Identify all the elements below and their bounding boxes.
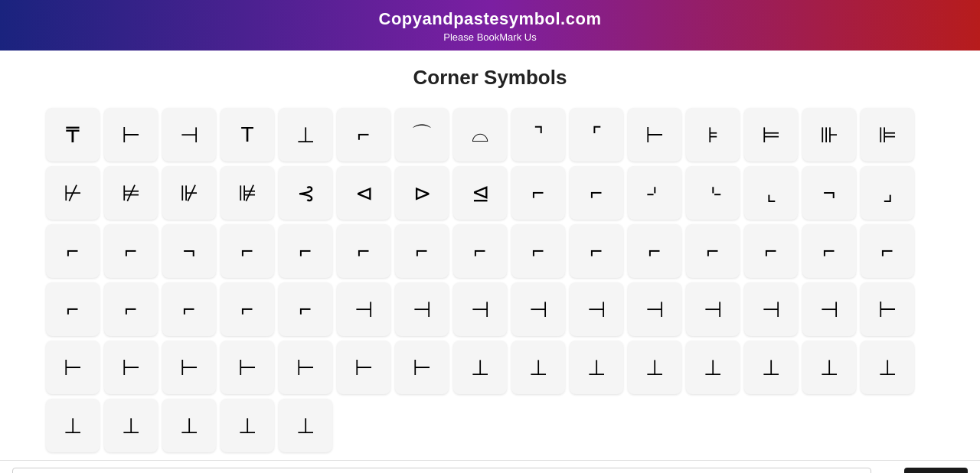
copy-button[interactable]: COPY <box>904 468 968 474</box>
symbol-cell[interactable]: ⌐ <box>46 282 100 336</box>
symbol-cell[interactable]: ⌒ <box>395 108 449 161</box>
symbol-cell[interactable]: ⊥ <box>220 399 274 452</box>
symbol-cell[interactable]: ⌐ <box>744 224 798 278</box>
symbol-cell[interactable]: ⊥ <box>453 341 507 394</box>
symbol-cell[interactable]: ⊳ <box>395 166 449 220</box>
symbol-cell[interactable]: ⌐ <box>570 166 623 220</box>
page-title: Corner Symbols <box>46 66 934 90</box>
symbol-input[interactable] <box>12 468 871 474</box>
symbol-cell[interactable]: ⊢ <box>46 341 100 394</box>
symbol-cell[interactable]: ⊥ <box>162 399 216 452</box>
symbols-grid: ₸⊢⊣T⊥⌐⌒⌓⌝⌜⊢⊧⊨⊪⊫⊬⊭⊮⊯⊰⊲⊳⊴⌐⌐⌏⌎⌞¬⌟⌐⌐¬⌐⌐⌐⌐⌐⌐⌐… <box>46 108 934 452</box>
symbol-cell[interactable]: ⊫ <box>861 108 914 161</box>
symbol-cell[interactable]: ¬ <box>162 224 216 278</box>
symbol-cell[interactable]: ⊣ <box>337 282 390 336</box>
symbol-cell[interactable]: ⌟ <box>861 166 914 220</box>
symbol-cell[interactable]: ⌝ <box>511 108 565 161</box>
symbol-cell[interactable]: ⊢ <box>279 341 332 394</box>
symbol-cell[interactable]: ⌐ <box>337 108 390 161</box>
symbol-cell[interactable]: ⌐ <box>802 224 856 278</box>
symbol-cell[interactable]: ⌐ <box>104 224 158 278</box>
symbol-cell[interactable]: ⊣ <box>802 282 856 336</box>
symbol-cell[interactable]: ⊲ <box>337 166 390 220</box>
symbol-cell[interactable]: ⊥ <box>744 341 798 394</box>
symbol-cell[interactable]: ⌐ <box>453 224 507 278</box>
symbol-cell[interactable]: ⊣ <box>628 282 681 336</box>
symbol-cell[interactable]: ⊪ <box>802 108 856 161</box>
symbol-cell[interactable]: ⊣ <box>686 282 740 336</box>
symbol-cell[interactable]: ⊢ <box>220 341 274 394</box>
symbol-cell[interactable]: ⊣ <box>162 108 216 161</box>
symbol-cell[interactable]: ⊥ <box>511 341 565 394</box>
symbol-cell[interactable]: ⌏ <box>628 166 681 220</box>
symbol-cell[interactable]: ⊥ <box>46 399 100 452</box>
symbol-cell[interactable]: ⌐ <box>686 224 740 278</box>
symbol-cell[interactable]: ⌐ <box>511 224 565 278</box>
symbol-cell[interactable]: ⌎ <box>686 166 740 220</box>
site-title: Copyandpastesymbol.com <box>0 9 980 29</box>
symbol-cell[interactable]: ⊥ <box>861 341 914 394</box>
symbol-cell[interactable]: ⊧ <box>686 108 740 161</box>
symbol-cell[interactable]: ⌐ <box>46 224 100 278</box>
symbol-cell[interactable]: ⊢ <box>104 341 158 394</box>
symbol-cell[interactable]: ¬ <box>802 166 856 220</box>
symbol-cell[interactable]: ⊣ <box>511 282 565 336</box>
symbol-cell[interactable]: T <box>220 108 274 161</box>
symbol-cell[interactable]: ⊥ <box>628 341 681 394</box>
symbol-cell[interactable]: ⌓ <box>453 108 507 161</box>
symbol-cell[interactable]: ⌐ <box>279 282 332 336</box>
symbol-cell[interactable]: ⊢ <box>337 341 390 394</box>
bottom-bar: ✕ COPY <box>0 460 980 473</box>
symbol-cell[interactable]: ⊣ <box>744 282 798 336</box>
site-header: Copyandpastesymbol.com Please BookMark U… <box>0 0 980 51</box>
symbol-cell[interactable]: ⊢ <box>861 282 914 336</box>
symbol-cell[interactable]: ⊥ <box>802 341 856 394</box>
symbol-cell[interactable]: ⌐ <box>628 224 681 278</box>
symbol-cell[interactable]: ⌐ <box>279 224 332 278</box>
symbol-cell[interactable]: ⌐ <box>220 224 274 278</box>
symbol-cell[interactable]: ⌐ <box>220 282 274 336</box>
symbol-cell[interactable]: ⌐ <box>104 282 158 336</box>
symbol-cell[interactable]: ⊥ <box>279 399 332 452</box>
symbol-cell[interactable]: ⊢ <box>162 341 216 394</box>
symbol-cell[interactable]: ⊥ <box>104 399 158 452</box>
symbol-cell[interactable]: ⊬ <box>46 166 100 220</box>
symbol-cell[interactable]: ⌐ <box>337 224 390 278</box>
symbol-cell[interactable]: ₸ <box>46 108 100 161</box>
symbol-cell[interactable]: ⊥ <box>686 341 740 394</box>
symbol-cell[interactable]: ⊢ <box>104 108 158 161</box>
symbol-cell[interactable]: ⌜ <box>570 108 623 161</box>
symbol-cell[interactable]: ⊢ <box>628 108 681 161</box>
symbol-cell[interactable]: ⌐ <box>162 282 216 336</box>
symbol-cell[interactable]: ⊨ <box>744 108 798 161</box>
symbol-cell[interactable]: ⊮ <box>162 166 216 220</box>
symbol-cell[interactable]: ⊢ <box>395 341 449 394</box>
symbol-cell[interactable]: ⊰ <box>279 166 332 220</box>
symbol-cell[interactable]: ⌞ <box>744 166 798 220</box>
symbol-cell[interactable]: ⌐ <box>395 224 449 278</box>
symbol-cell[interactable]: ⊥ <box>279 108 332 161</box>
symbol-cell[interactable]: ⊣ <box>570 282 623 336</box>
symbol-cell[interactable]: ⊯ <box>220 166 274 220</box>
site-subtitle: Please BookMark Us <box>0 31 980 43</box>
symbol-cell[interactable]: ⊣ <box>453 282 507 336</box>
symbol-cell[interactable]: ⊣ <box>395 282 449 336</box>
symbol-cell[interactable]: ⌐ <box>570 224 623 278</box>
main-content: Corner Symbols ₸⊢⊣T⊥⌐⌒⌓⌝⌜⊢⊧⊨⊪⊫⊬⊭⊮⊯⊰⊲⊳⊴⌐⌐… <box>0 51 980 460</box>
symbol-cell[interactable]: ⊴ <box>453 166 507 220</box>
symbol-cell[interactable]: ⊥ <box>570 341 623 394</box>
symbol-cell[interactable]: ⌐ <box>511 166 565 220</box>
symbol-cell[interactable]: ⊭ <box>104 166 158 220</box>
symbol-cell[interactable]: ⌐ <box>861 224 914 278</box>
